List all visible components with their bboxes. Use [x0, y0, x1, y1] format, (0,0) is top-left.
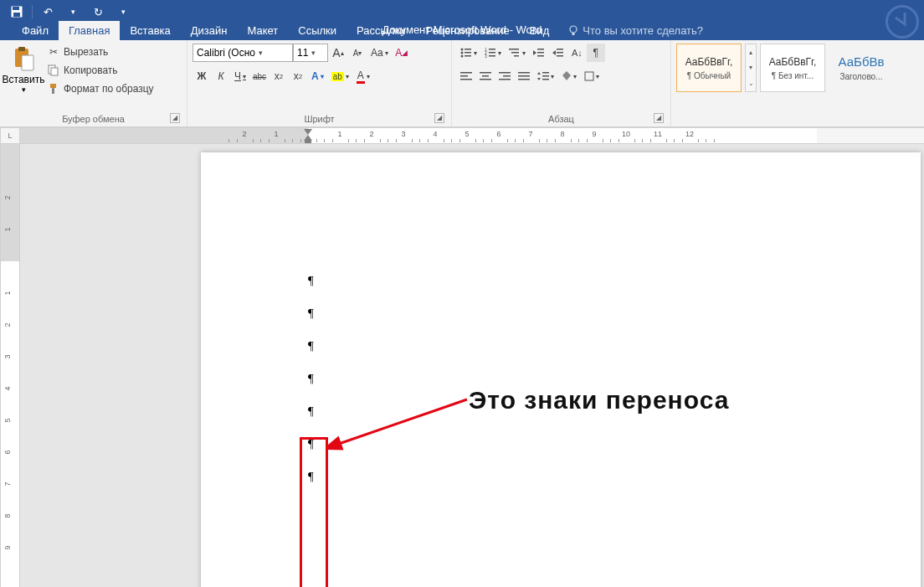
svg-rect-2 [13, 13, 20, 17]
paintbrush-icon [47, 82, 60, 95]
font-name-value: Calibri (Осно [197, 47, 255, 59]
svg-rect-21 [489, 52, 495, 54]
pilcrow-icon: ¶ [308, 372, 314, 386]
tell-me-search[interactable]: Что вы хотите сделать? [559, 21, 711, 40]
save-button[interactable] [7, 3, 27, 21]
copy-button[interactable]: Копировать [44, 62, 157, 79]
tab-mailings[interactable]: Рассылки [346, 21, 415, 40]
subscript-button[interactable]: x2 [270, 67, 288, 85]
show-paragraph-marks-button[interactable]: ¶ [587, 44, 605, 62]
tab-references[interactable]: Ссылки [288, 21, 346, 40]
sort-button[interactable]: A↓ [568, 44, 586, 62]
cut-button[interactable]: ✂ Вырезать [44, 44, 157, 60]
text-effects-button[interactable]: A▾ [308, 67, 327, 85]
style-heading1[interactable]: АаБбВв Заголово... [829, 44, 894, 92]
style-no-spacing[interactable]: АаБбВвГг, ¶ Без инт... [760, 44, 825, 92]
tell-me-placeholder: Что вы хотите сделать? [583, 24, 703, 37]
italic-button[interactable]: К [212, 67, 230, 85]
line-spacing-button[interactable]: ▾ [534, 67, 557, 85]
tab-design[interactable]: Дизайн [181, 21, 238, 40]
svg-rect-10 [50, 84, 56, 88]
ribbon-tab-row: Файл Главная Вставка Дизайн Макет Ссылки… [0, 20, 924, 40]
tab-view[interactable]: Вид [520, 21, 560, 40]
align-right-button[interactable] [495, 67, 514, 85]
document-workspace: L 21123456789101112 21123456789 ¶ ¶ ¶ ¶ … [0, 127, 924, 587]
styles-gallery: АаБбВвГг, ¶ Обычный ▴▾⌄ АаБбВвГг, ¶ Без … [676, 44, 894, 92]
ruler-corner[interactable]: L [0, 127, 20, 144]
tab-file[interactable]: Файл [12, 21, 59, 40]
vertical-ruler[interactable]: 21123456789 [0, 144, 20, 587]
svg-rect-32 [557, 55, 563, 57]
font-size-combo[interactable]: 11▾ [293, 44, 328, 62]
bold-button[interactable]: Ж [192, 67, 211, 85]
increase-indent-button[interactable] [549, 44, 567, 62]
align-left-button[interactable] [457, 67, 475, 85]
copy-label: Копировать [64, 64, 118, 76]
group-paragraph: ▾ 123▾ ▾ A↓ ¶ ▾ ▾ ▾ Абзац ◢ [452, 40, 671, 126]
grow-font-button[interactable]: A▴ [329, 44, 347, 62]
svg-rect-45 [542, 72, 549, 74]
svg-rect-27 [537, 49, 544, 50]
borders-button[interactable]: ▾ [581, 67, 603, 85]
svg-rect-30 [557, 49, 563, 50]
style-normal[interactable]: АаБбВвГг, ¶ Обычный [676, 44, 742, 92]
svg-rect-7 [22, 55, 33, 70]
tab-review[interactable]: Рецензирование [415, 21, 519, 40]
style-heading1-preview: АаБбВв [839, 54, 885, 69]
format-painter-button[interactable]: Формат по образцу [44, 80, 157, 97]
paste-button[interactable]: Вставить ▾ [5, 44, 42, 95]
styles-gallery-scroll[interactable]: ▴▾⌄ [745, 44, 757, 92]
svg-rect-17 [465, 55, 471, 57]
tab-insert[interactable]: Вставка [120, 21, 180, 40]
superscript-button[interactable]: x2 [289, 67, 307, 85]
horizontal-ruler[interactable]: 21123456789101112 [20, 127, 924, 144]
clear-formatting-button[interactable]: A◢ [393, 44, 411, 62]
svg-rect-28 [537, 52, 544, 54]
strikethrough-button[interactable]: abc [250, 67, 269, 85]
font-color-button[interactable]: A▾ [353, 67, 373, 85]
align-center-button[interactable] [476, 67, 495, 85]
change-case-button[interactable]: Aa▾ [367, 44, 392, 62]
group-styles: АаБбВвГг, ¶ Обычный ▴▾⌄ АаБбВвГг, ¶ Без … [671, 40, 924, 126]
svg-rect-11 [52, 88, 54, 94]
undo-button[interactable]: ↶ [38, 3, 58, 21]
svg-rect-25 [511, 52, 519, 54]
svg-rect-31 [557, 52, 563, 54]
multilevel-list-button[interactable]: ▾ [506, 44, 529, 62]
clipboard-dialog-launcher[interactable]: ◢ [170, 113, 180, 123]
underline-button[interactable]: Ч▾ [231, 67, 249, 85]
bullets-button[interactable]: ▾ [457, 44, 480, 62]
ribbon: Вставить ▾ ✂ Вырезать Копировать [0, 40, 924, 127]
justify-button[interactable] [515, 67, 533, 85]
font-size-value: 11 [297, 47, 308, 59]
style-normal-name: ¶ Обычный [687, 71, 731, 80]
svg-rect-37 [482, 75, 489, 77]
svg-rect-29 [537, 55, 544, 57]
svg-rect-6 [18, 47, 25, 51]
svg-point-14 [461, 52, 464, 54]
paragraph-dialog-launcher[interactable]: ◢ [654, 113, 664, 123]
font-dialog-launcher[interactable]: ◢ [434, 113, 444, 123]
highlight-button[interactable]: ab▾ [328, 67, 352, 85]
qat-customize[interactable]: ▾ [113, 3, 133, 21]
svg-rect-35 [460, 79, 472, 80]
shrink-font-button[interactable]: A▾ [348, 44, 367, 62]
undo-dropdown[interactable]: ▾ [63, 3, 83, 21]
svg-rect-13 [465, 49, 471, 50]
svg-rect-23 [489, 55, 495, 57]
redo-button[interactable]: ↻ [88, 3, 108, 21]
tab-home[interactable]: Главная [59, 21, 120, 40]
group-font: Calibri (Осно▾ 11▾ A▴ A▾ Aa▾ A◢ Ж К Ч▾ a… [187, 40, 452, 126]
font-name-combo[interactable]: Calibri (Осно▾ [192, 44, 293, 62]
pilcrow-icon: ¶ [308, 339, 314, 353]
tab-layout[interactable]: Макет [237, 21, 288, 40]
svg-rect-9 [51, 68, 58, 75]
shading-button[interactable]: ▾ [558, 67, 580, 85]
numbering-button[interactable]: 123▾ [481, 44, 505, 62]
svg-rect-46 [542, 75, 549, 77]
titlebar: ↶ ▾ ↻ ▾ Документ Microsoft Word - Word Ф… [0, 0, 924, 40]
svg-text:3: 3 [485, 54, 487, 58]
pilcrow-icon: ¶ [308, 274, 314, 288]
svg-rect-48 [585, 72, 593, 80]
decrease-indent-button[interactable] [530, 44, 548, 62]
